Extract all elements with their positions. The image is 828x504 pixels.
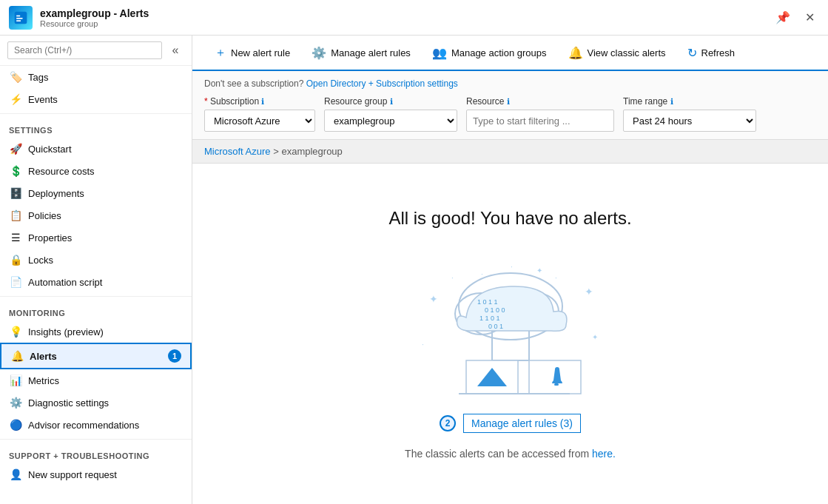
sidebar-item-new-support[interactable]: 👤 New support request bbox=[0, 463, 192, 485]
sidebar-section-settings: Settings bbox=[0, 120, 192, 138]
metrics-icon: 📊 bbox=[9, 374, 22, 386]
svg-rect-3 bbox=[16, 20, 21, 21]
bell-icon: 🔔 bbox=[568, 46, 583, 60]
tags-icon: 🏷️ bbox=[9, 71, 22, 83]
automation-icon: 📄 bbox=[9, 276, 22, 288]
svg-rect-1 bbox=[16, 15, 20, 16]
close-icon[interactable]: ✕ bbox=[801, 9, 819, 26]
sidebar-item-label: Metrics bbox=[28, 375, 59, 386]
subscription-select[interactable]: Microsoft Azure bbox=[204, 110, 315, 132]
manage-action-groups-label: Manage action groups bbox=[451, 47, 547, 58]
support-icon: 👤 bbox=[9, 468, 22, 480]
subscription-filter: * Subscription ℹ Microsoft Azure bbox=[204, 96, 315, 132]
sidebar-item-deployments[interactable]: 🗄️ Deployments bbox=[0, 182, 192, 204]
main-layout: « 🏷️ Tags ⚡ Events Settings 🚀 Quickstart… bbox=[0, 36, 828, 504]
sidebar-item-metrics[interactable]: 📊 Metrics bbox=[0, 369, 192, 392]
refresh-button[interactable]: ↻ Refresh bbox=[677, 36, 747, 70]
time-range-label: Time range ℹ bbox=[623, 96, 756, 107]
sidebar-item-label: Resource costs bbox=[28, 166, 95, 177]
sidebar: « 🏷️ Tags ⚡ Events Settings 🚀 Quickstart… bbox=[0, 36, 192, 504]
sidebar-item-alerts[interactable]: 🔔 Alerts 1 bbox=[0, 343, 192, 369]
subscription-settings-link[interactable]: Open Directory + Subscription settings bbox=[306, 78, 458, 89]
tr-info-icon: ℹ bbox=[670, 97, 673, 106]
breadcrumb: Microsoft Azure > examplegroup bbox=[192, 140, 828, 164]
sidebar-item-label: Properties bbox=[28, 232, 72, 243]
insights-icon: 💡 bbox=[9, 326, 22, 337]
search-input[interactable] bbox=[7, 41, 162, 59]
resource-filter: Resource ℹ bbox=[466, 96, 614, 132]
refresh-label: Refresh bbox=[701, 47, 736, 58]
no-alerts-title: All is good! You have no alerts. bbox=[388, 208, 631, 229]
subscription-note: Don't see a subscription? Open Directory… bbox=[204, 78, 816, 89]
sidebar-item-policies[interactable]: 📋 Policies bbox=[0, 204, 192, 226]
breadcrumb-parent[interactable]: Microsoft Azure bbox=[204, 146, 271, 157]
sidebar-item-resource-costs[interactable]: 💲 Resource costs bbox=[0, 160, 192, 182]
svg-text:0 1 0 0: 0 1 0 0 bbox=[485, 306, 505, 314]
time-range-select[interactable]: Past 24 hours bbox=[623, 110, 756, 132]
sidebar-collapse-button[interactable]: « bbox=[166, 41, 184, 59]
svg-rect-26 bbox=[554, 383, 559, 386]
manage-link-container: 2 Manage alert rules (3) bbox=[440, 414, 581, 433]
classic-alerts-link[interactable]: here. bbox=[592, 448, 616, 460]
sub-info-icon: ℹ bbox=[261, 97, 264, 106]
subscription-label: * Subscription ℹ bbox=[204, 96, 315, 107]
svg-text:✦: ✦ bbox=[536, 266, 542, 275]
svg-text:✦: ✦ bbox=[592, 333, 598, 341]
classic-alerts-text: The classic alerts can be accessed from … bbox=[405, 448, 616, 460]
deployments-icon: 🗄️ bbox=[9, 187, 22, 199]
toolbar: ＋ New alert rule ⚙️ Manage alert rules 👥… bbox=[192, 36, 828, 71]
pin-icon[interactable]: 📌 bbox=[771, 9, 795, 26]
manage-action-groups-button[interactable]: 👥 Manage action groups bbox=[422, 36, 558, 70]
filter-bar: Don't see a subscription? Open Directory… bbox=[192, 71, 828, 140]
divider-settings bbox=[0, 113, 192, 114]
sidebar-section-support: Support + troubleshooting bbox=[0, 446, 192, 463]
resource-input[interactable] bbox=[466, 110, 614, 132]
resource-group-label: Resource group ℹ bbox=[324, 96, 457, 107]
sidebar-item-events[interactable]: ⚡ Events bbox=[0, 88, 192, 110]
sidebar-item-label: Policies bbox=[28, 210, 61, 221]
illustration: ✦ ✦ · · ✦ · · · ✦ 1 0 1 1 bbox=[407, 251, 614, 399]
locks-icon: 🔒 bbox=[9, 254, 22, 266]
sidebar-item-label: Alerts bbox=[30, 351, 159, 362]
events-icon: ⚡ bbox=[9, 93, 22, 105]
sidebar-item-label: Events bbox=[28, 94, 58, 105]
app-name: examplegroup - Alerts bbox=[40, 7, 771, 19]
divider-monitoring bbox=[0, 296, 192, 297]
manage-alert-rules-link[interactable]: Manage alert rules (3) bbox=[463, 414, 581, 433]
breadcrumb-current: examplegroup bbox=[281, 146, 342, 157]
sidebar-item-automation-script[interactable]: 📄 Automation script bbox=[0, 271, 192, 293]
advisor-icon: 🔵 bbox=[9, 419, 22, 431]
title-bar-text: examplegroup - Alerts Resource group bbox=[40, 7, 771, 28]
action-groups-icon: 👥 bbox=[432, 46, 447, 60]
res-info-icon: ℹ bbox=[507, 97, 510, 106]
view-classic-alerts-button[interactable]: 🔔 View classic alerts bbox=[558, 36, 677, 70]
sidebar-item-diagnostic-settings[interactable]: ⚙️ Diagnostic settings bbox=[0, 392, 192, 414]
app-subtitle: Resource group bbox=[40, 19, 771, 28]
sidebar-item-tags[interactable]: 🏷️ Tags bbox=[0, 66, 192, 88]
svg-text:·: · bbox=[422, 340, 424, 349]
no-alerts-illustration: ✦ ✦ · · ✦ · · · ✦ 1 0 1 1 bbox=[407, 251, 614, 399]
resource-label: Resource ℹ bbox=[466, 96, 614, 107]
breadcrumb-separator: > bbox=[273, 146, 281, 157]
svg-text:1 1 0 1: 1 1 0 1 bbox=[479, 315, 500, 322]
sidebar-item-quickstart[interactable]: 🚀 Quickstart bbox=[0, 138, 192, 160]
sidebar-item-label: Insights (preview) bbox=[28, 326, 104, 337]
refresh-icon: ↻ bbox=[687, 46, 697, 60]
resource-costs-icon: 💲 bbox=[9, 165, 22, 177]
sidebar-item-advisor-recommendations[interactable]: 🔵 Advisor recommendations bbox=[0, 414, 192, 436]
manage-rules-icon: ⚙️ bbox=[312, 46, 326, 60]
resource-group-select[interactable]: examplegroup bbox=[324, 110, 457, 132]
svg-text:0 0 1: 0 0 1 bbox=[488, 323, 503, 330]
svg-text:·: · bbox=[555, 274, 557, 282]
filter-row: * Subscription ℹ Microsoft Azure Resourc… bbox=[204, 96, 816, 132]
rg-info-icon: ℹ bbox=[390, 97, 393, 106]
new-alert-rule-button[interactable]: ＋ New alert rule bbox=[204, 36, 301, 70]
sidebar-item-insights[interactable]: 💡 Insights (preview) bbox=[0, 320, 192, 343]
svg-text:1 0 1 1: 1 0 1 1 bbox=[477, 298, 498, 306]
sidebar-item-label: Advisor recommendations bbox=[28, 420, 139, 431]
sidebar-item-label: New support request bbox=[28, 469, 117, 480]
manage-alert-rules-button[interactable]: ⚙️ Manage alert rules bbox=[301, 36, 422, 70]
sidebar-item-properties[interactable]: ☰ Properties bbox=[0, 226, 192, 249]
sidebar-item-locks[interactable]: 🔒 Locks bbox=[0, 249, 192, 271]
sidebar-item-label: Diagnostic settings bbox=[28, 397, 109, 409]
